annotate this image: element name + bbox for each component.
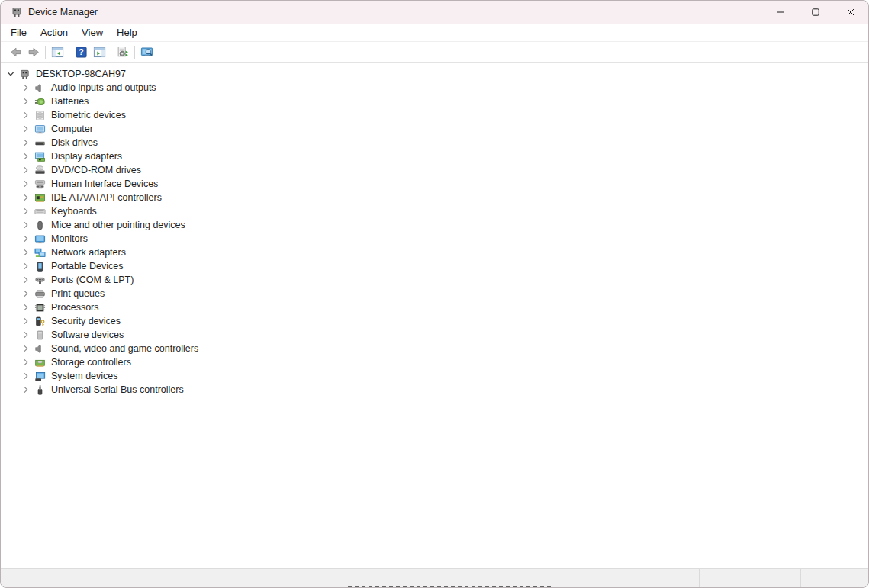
expand-chevron[interactable] (20, 246, 32, 259)
cpu-icon (34, 302, 46, 313)
expand-chevron[interactable] (20, 342, 32, 355)
chevron-right-icon (21, 206, 31, 217)
expand-chevron[interactable] (20, 315, 32, 327)
status-bar (1, 568, 868, 587)
show-hide-action-pane-button[interactable] (90, 43, 108, 60)
tree-item-row[interactable]: Ports (COM & LPT) (1, 273, 868, 287)
chevron-right-icon (21, 110, 31, 120)
menu-file[interactable]: File (4, 25, 34, 40)
tree-item-row[interactable]: Universal Serial Bus controllers (1, 383, 868, 397)
chevron-right-icon (21, 247, 31, 258)
expand-chevron[interactable] (20, 178, 32, 190)
chevron-right-icon (21, 302, 31, 313)
chevron-right-icon (21, 137, 31, 148)
expand-chevron[interactable] (20, 329, 32, 341)
tree-item-row[interactable]: Sound, video and game controllers (1, 342, 868, 355)
status-segment-right (800, 569, 868, 587)
tree-item-row[interactable]: Batteries (1, 95, 868, 108)
minimize-icon (774, 6, 787, 18)
popup-window-button[interactable] (137, 43, 156, 60)
forward-button[interactable] (24, 43, 43, 60)
menu-view[interactable]: View (75, 25, 110, 40)
menu-action[interactable]: Action (34, 25, 75, 40)
tree-item-row[interactable]: Monitors (1, 232, 868, 246)
network-adapter-icon (34, 247, 46, 259)
tree-item-row[interactable]: Software devices (1, 328, 868, 342)
expand-chevron[interactable] (20, 260, 32, 272)
tree-item-row[interactable]: Display adapters (1, 149, 868, 163)
chevron-right-icon (21, 82, 31, 93)
computer-icon (34, 124, 46, 135)
tree-item-label: Biometric devices (51, 110, 126, 120)
menu-help[interactable]: Help (110, 25, 144, 40)
device-tree: DESKTOP-98CAH97 Audio inputs and outputs… (1, 63, 868, 568)
disk-drive-icon (34, 137, 46, 149)
collapse-chevron[interactable] (5, 68, 17, 80)
system-device-icon (34, 371, 46, 382)
action-pane-icon (93, 46, 106, 59)
expand-chevron[interactable] (20, 137, 32, 149)
expand-chevron[interactable] (20, 288, 32, 300)
expand-chevron[interactable] (20, 301, 32, 313)
expand-chevron[interactable] (20, 370, 32, 382)
chevron-right-icon (21, 124, 31, 134)
tree-item-row[interactable]: IDE ATA/ATAPI controllers (1, 191, 868, 204)
expand-chevron[interactable] (20, 191, 32, 204)
expand-chevron[interactable] (20, 384, 32, 396)
maximize-button[interactable] (798, 1, 833, 24)
tree-item-row[interactable]: Network adapters (1, 246, 868, 259)
tree-item-row[interactable]: Processors (1, 300, 868, 314)
minimize-button[interactable] (763, 1, 798, 24)
expand-chevron[interactable] (20, 205, 32, 217)
device-manager-icon (19, 69, 31, 80)
expand-chevron[interactable] (20, 109, 32, 121)
storage-controller-icon (34, 357, 46, 368)
tree-item-row[interactable]: Mice and other pointing devices (1, 218, 868, 232)
expand-chevron[interactable] (20, 164, 32, 176)
expand-chevron[interactable] (20, 150, 32, 162)
tree-item-row[interactable]: Keyboards (1, 204, 868, 218)
tree-item-row[interactable]: System devices (1, 369, 868, 383)
show-hide-console-tree-button[interactable] (48, 43, 66, 60)
tree-item-row[interactable]: Print queues (1, 287, 868, 300)
expand-chevron[interactable] (20, 356, 32, 368)
maximize-icon (809, 6, 822, 18)
fingerprint-icon (34, 110, 46, 121)
chevron-right-icon (21, 329, 31, 340)
help-button[interactable] (72, 43, 90, 60)
expand-chevron[interactable] (20, 123, 32, 135)
tree-item-row[interactable]: Biometric devices (1, 108, 868, 122)
scan-hardware-changes-button[interactable] (114, 43, 132, 60)
tree-item-row[interactable]: Storage controllers (1, 355, 868, 369)
expand-chevron[interactable] (20, 95, 32, 108)
tree-item-label: Computer (51, 124, 93, 134)
chevron-right-icon (21, 192, 31, 203)
tree-item-row[interactable]: Disk drives (1, 136, 868, 149)
tree-item-row[interactable]: DVD/CD-ROM drives (1, 163, 868, 177)
tree-item-label: Batteries (51, 96, 89, 107)
chevron-right-icon (21, 316, 31, 326)
battery-icon (34, 96, 46, 108)
tree-item-label: Monitors (51, 233, 88, 244)
toolbar-separator (134, 46, 135, 59)
help-icon (75, 46, 88, 59)
tree-item-row[interactable]: Portable Devices (1, 259, 868, 273)
expand-chevron[interactable] (20, 219, 32, 231)
chevron-right-icon (21, 220, 31, 230)
software-device-icon (34, 329, 46, 341)
display-adapter-icon (34, 151, 46, 162)
tree-item-row[interactable]: Computer (1, 122, 868, 136)
expand-chevron[interactable] (20, 274, 32, 286)
tree-item-row[interactable]: Security devices (1, 314, 868, 328)
back-button[interactable] (6, 43, 24, 60)
expand-chevron[interactable] (20, 233, 32, 245)
usb-icon (34, 384, 46, 396)
expand-chevron[interactable] (20, 82, 32, 94)
keyboard-icon (34, 206, 46, 217)
tree-item-row[interactable]: Audio inputs and outputs (1, 81, 868, 95)
tree-item-row[interactable]: Human Interface Devices (1, 177, 868, 191)
tree-item-label: Network adapters (51, 247, 126, 258)
tree-root-row[interactable]: DESKTOP-98CAH97 (1, 67, 868, 81)
tree-item-label: Print queues (51, 288, 105, 299)
close-button[interactable] (833, 1, 868, 24)
